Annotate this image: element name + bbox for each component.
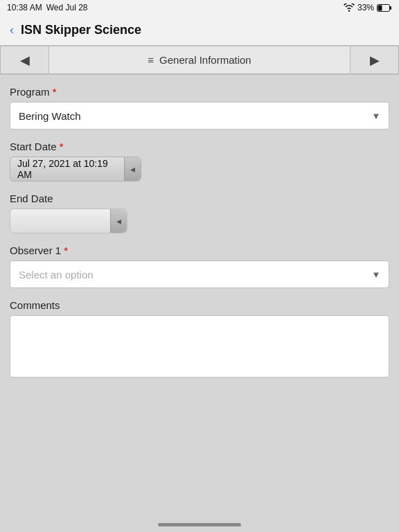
prev-page-button[interactable]: ◀ (0, 46, 48, 74)
time-display: 10:38 AM (7, 3, 42, 12)
prev-arrow-icon: ◀ (20, 53, 30, 68)
end-date-btn[interactable]: ◂ (110, 209, 127, 233)
start-date-btn-icon: ◂ (130, 163, 135, 175)
start-date-field-group: Start Date * Jul 27, 2021 at 10:19 AM ◂ (10, 141, 389, 181)
nav-title: ISN Skipper Science (21, 23, 141, 37)
status-bar: 10:38 AM Wed Jul 28 33% (0, 0, 399, 15)
start-date-label: Start Date * (10, 141, 389, 152)
pagination-bar: ◀ ≡ General Information ▶ (0, 46, 399, 75)
section-title-text: General Information (159, 54, 251, 66)
status-bar-left: 10:38 AM Wed Jul 28 (7, 3, 88, 12)
battery-percent: 33% (357, 3, 374, 12)
program-label: Program * (10, 86, 389, 98)
battery-icon (377, 4, 392, 12)
observer1-select[interactable]: Select an option ▼ (10, 260, 389, 288)
nav-bar: ‹ ISN Skipper Science (0, 15, 399, 46)
hamburger-icon: ≡ (148, 54, 154, 66)
observer1-placeholder: Select an option (10, 269, 364, 281)
comments-label: Comments (10, 299, 389, 311)
wifi-icon (344, 3, 355, 12)
program-field-group: Program * Bering Watch ▼ (10, 86, 389, 130)
start-date-picker[interactable]: Jul 27, 2021 at 10:19 AM ◂ (10, 157, 141, 181)
program-dropdown-arrow-icon: ▼ (364, 111, 389, 121)
observer1-field-group: Observer 1 * Select an option ▼ (10, 245, 389, 288)
next-page-button[interactable]: ▶ (351, 46, 399, 74)
observer1-label: Observer 1 * (10, 245, 389, 256)
svg-rect-1 (390, 6, 392, 10)
end-date-btn-icon: ◂ (116, 215, 121, 227)
comments-field-group: Comments (10, 299, 389, 380)
form-content: Program * Bering Watch ▼ Start Date * Ju… (0, 75, 399, 402)
next-arrow-icon: ▶ (370, 53, 380, 68)
start-date-btn[interactable]: ◂ (124, 157, 141, 181)
program-select[interactable]: Bering Watch ▼ (10, 102, 389, 130)
status-bar-right: 33% (344, 3, 392, 12)
back-chevron-icon: ‹ (10, 23, 14, 37)
end-date-field-group: End Date ◂ (10, 193, 389, 233)
start-date-value: Jul 27, 2021 at 10:19 AM (10, 158, 124, 180)
observer1-dropdown-arrow-icon: ▼ (364, 269, 389, 280)
home-indicator (158, 523, 241, 526)
section-title-bar: ≡ General Information (48, 46, 351, 74)
comments-textarea[interactable] (10, 315, 389, 378)
svg-rect-2 (378, 5, 382, 10)
date-display: Wed Jul 28 (46, 3, 88, 12)
end-date-label: End Date (10, 193, 389, 204)
end-date-picker[interactable]: ◂ (10, 209, 127, 233)
program-select-value: Bering Watch (10, 110, 364, 122)
back-button[interactable]: ‹ (10, 23, 14, 37)
